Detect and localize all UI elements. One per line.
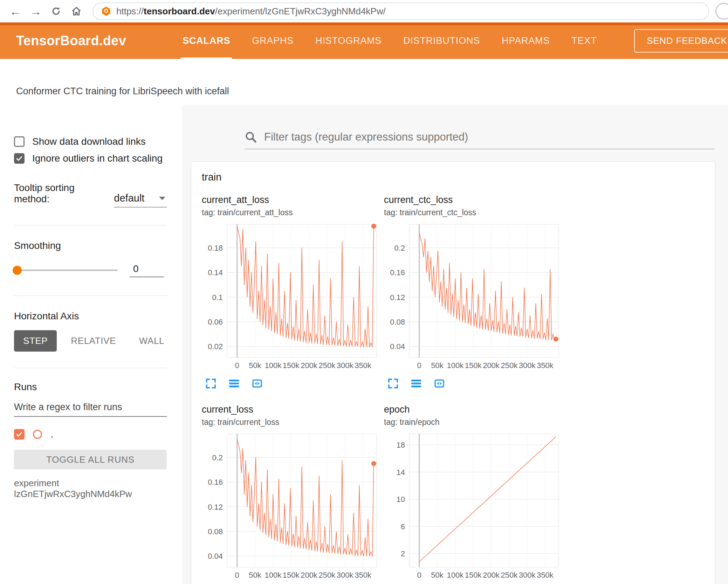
run-row[interactable]: .: [14, 429, 167, 440]
svg-text:50k: 50k: [249, 361, 261, 370]
divider: [14, 368, 167, 368]
svg-text:0: 0: [417, 571, 421, 579]
svg-text:14: 14: [397, 468, 405, 477]
view-data-icon[interactable]: [228, 377, 240, 390]
tab-text[interactable]: TEXT: [561, 22, 607, 59]
chart-current-loss: current_loss tag: train/current_loss 050…: [202, 404, 380, 582]
ignore-outliers-checkbox[interactable]: [14, 153, 25, 164]
divider: [14, 225, 167, 225]
chart-title: current_ctc_loss: [384, 194, 562, 205]
svg-text:0.1: 0.1: [212, 293, 223, 302]
svg-text:350k: 350k: [537, 571, 554, 579]
send-feedback-button[interactable]: SEND FEEDBACK: [634, 29, 728, 53]
view-data-icon[interactable]: [410, 377, 423, 390]
tooltip-sorting-value: default: [114, 192, 144, 204]
app-header: TensorBoard.dev SCALARS GRAPHS HISTOGRAM…: [0, 22, 728, 59]
chart-title: current_loss: [202, 404, 380, 415]
train-section-header[interactable]: train: [191, 162, 715, 189]
svg-text:0: 0: [235, 361, 239, 370]
run-color-swatch: [33, 430, 42, 439]
svg-text:0.12: 0.12: [390, 293, 405, 302]
tab-histograms[interactable]: HISTOGRAMS: [304, 22, 392, 59]
current-ctc-loss-plot[interactable]: 050k100k150k200k250k300k350k0.040.080.12…: [384, 222, 561, 372]
svg-text:250k: 250k: [501, 571, 518, 579]
show-download-links-label: Show data download links: [32, 136, 146, 147]
ignore-outliers-row[interactable]: Ignore outliers in chart scaling: [14, 153, 167, 164]
chart-current-ctc-loss: current_ctc_loss tag: train/current_ctc_…: [384, 194, 562, 390]
svg-text:0.16: 0.16: [208, 478, 223, 487]
relative-button[interactable]: RELATIVE: [62, 330, 125, 352]
chart-tag: tag: train/current_att_loss: [202, 208, 380, 217]
url-protocol: https://: [116, 6, 144, 16]
chart-current-att-loss: current_att_loss tag: train/current_att_…: [202, 194, 380, 390]
svg-text:0.14: 0.14: [208, 268, 223, 277]
runs-filter-input[interactable]: [14, 402, 167, 417]
tab-distributions[interactable]: DISTRIBUTIONS: [392, 22, 491, 59]
smoothing-slider[interactable]: [14, 270, 118, 271]
svg-text:150k: 150k: [283, 361, 300, 370]
svg-text:0.06: 0.06: [208, 318, 223, 326]
svg-text:0: 0: [417, 361, 421, 370]
show-download-links-checkbox[interactable]: [14, 136, 25, 147]
wall-button[interactable]: WALL: [130, 330, 173, 352]
tab-graphs[interactable]: GRAPHS: [241, 22, 304, 59]
fit-domain-icon[interactable]: [433, 377, 446, 390]
run-name: .: [50, 429, 53, 440]
chart-tag: tag: train/current_loss: [202, 417, 380, 427]
tab-hparams[interactable]: HPARAMS: [491, 22, 561, 59]
show-download-links-row[interactable]: Show data download links: [14, 136, 167, 147]
svg-text:150k: 150k: [465, 361, 482, 370]
run-checkbox[interactable]: [14, 429, 25, 440]
home-icon[interactable]: [67, 2, 85, 20]
expand-chart-icon[interactable]: [205, 377, 217, 390]
horizontal-axis-label: Horizontal Axis: [14, 311, 167, 322]
svg-text:200k: 200k: [483, 361, 500, 370]
divider: [14, 296, 167, 296]
current-loss-plot[interactable]: 050k100k150k200k250k300k350k0.040.080.12…: [202, 431, 379, 582]
svg-text:350k: 350k: [537, 361, 554, 370]
svg-text:200k: 200k: [301, 571, 318, 579]
horizontal-axis-buttons: STEP RELATIVE WALL: [14, 330, 167, 352]
current-att-loss-plot[interactable]: 050k100k150k200k250k300k350k0.020.060.10…: [202, 222, 379, 372]
scalars-main: train current_att_loss tag: train/curren…: [182, 105, 728, 584]
step-button[interactable]: STEP: [14, 330, 57, 352]
check-icon: [15, 430, 23, 439]
settings-sidebar: Show data download links Ignore outliers…: [0, 105, 182, 584]
smoothing-slider-knob[interactable]: [13, 266, 22, 275]
epoch-plot[interactable]: 050k100k150k200k250k300k350k26101418: [384, 431, 561, 582]
svg-text:250k: 250k: [319, 361, 336, 370]
toggle-all-runs-button[interactable]: TOGGLE ALL RUNS: [14, 450, 167, 469]
svg-text:200k: 200k: [301, 361, 318, 370]
chevron-down-icon: [159, 197, 165, 200]
chart-title: epoch: [384, 404, 562, 415]
url-text: https://tensorboard.dev/experiment/lzGnE…: [116, 6, 386, 17]
fit-domain-icon[interactable]: [251, 377, 263, 390]
svg-text:200k: 200k: [483, 571, 500, 579]
filter-tags-row: [245, 130, 715, 149]
ignore-outliers-label: Ignore outliers in chart scaling: [32, 153, 163, 164]
address-bar[interactable]: https://tensorboard.dev/experiment/lzGnE…: [92, 2, 709, 20]
svg-text:150k: 150k: [283, 571, 300, 579]
expand-chart-icon[interactable]: [387, 377, 399, 390]
svg-text:10: 10: [397, 495, 405, 504]
svg-text:250k: 250k: [319, 571, 336, 579]
svg-text:350k: 350k: [355, 571, 372, 579]
back-icon[interactable]: ←: [6, 2, 25, 20]
svg-text:300k: 300k: [337, 361, 354, 370]
tooltip-sorting-dropdown[interactable]: default: [114, 192, 167, 208]
filter-tags-input[interactable]: [263, 130, 715, 144]
forward-icon[interactable]: →: [27, 2, 45, 20]
smoothing-value[interactable]: 0: [130, 263, 164, 277]
home-glyph: [70, 5, 82, 17]
svg-text:50k: 50k: [249, 571, 261, 579]
svg-text:100k: 100k: [447, 361, 464, 370]
avatar[interactable]: [715, 3, 728, 20]
experiment-subtitle-bar: Conformer CTC training for LibriSpeech w…: [0, 59, 728, 105]
experiment-subtitle: Conformer CTC training for LibriSpeech w…: [16, 86, 229, 97]
reload-icon[interactable]: [47, 2, 65, 20]
tab-scalars[interactable]: SCALARS: [172, 22, 241, 59]
reload-glyph: [50, 6, 62, 17]
check-icon: [15, 154, 23, 163]
experiment-caption: experiment lzGnETjwRxC3yghNMd4kPw: [14, 478, 167, 500]
train-card: train current_att_loss tag: train/curren…: [191, 161, 715, 584]
